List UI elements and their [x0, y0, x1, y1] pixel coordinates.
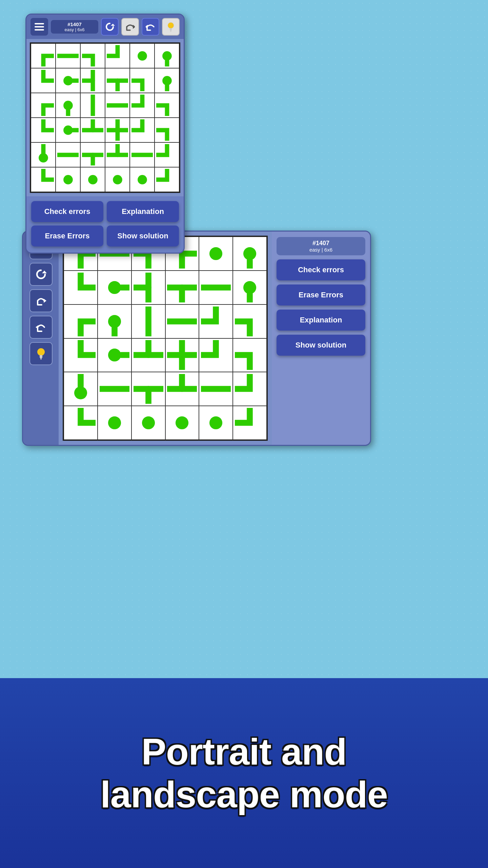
restart-button[interactable]	[101, 18, 119, 36]
cell-2-3[interactable]	[105, 93, 130, 118]
cell-1-0[interactable]	[31, 68, 56, 93]
ls-cell-0-4[interactable]	[199, 237, 233, 271]
portrait-action-buttons: Check errors Explanation Erase Errors Sh…	[26, 196, 184, 253]
cell-0-5[interactable]	[155, 43, 179, 68]
ls-cell-5-1[interactable]	[98, 406, 131, 440]
landscape-game-grid[interactable]	[63, 236, 268, 441]
cell-2-2[interactable]	[80, 93, 105, 118]
cell-0-3[interactable]	[105, 43, 130, 68]
svg-marker-3	[111, 24, 115, 26]
cell-5-2[interactable]	[80, 167, 105, 192]
ls-cell-5-2[interactable]	[131, 406, 165, 440]
portrait-game-grid[interactable]	[30, 42, 180, 193]
menu-button[interactable]	[30, 18, 48, 36]
ls-cell-1-2[interactable]	[131, 271, 165, 304]
cell-3-2[interactable]	[80, 118, 105, 142]
ls-cell-1-5[interactable]	[233, 271, 267, 304]
ls-cell-4-1[interactable]	[98, 372, 131, 406]
ls-cell-3-3[interactable]	[165, 338, 199, 372]
ls-cell-5-4[interactable]	[199, 406, 233, 440]
bottom-banner: Portrait and landscape mode	[0, 678, 488, 868]
ls-restart-button[interactable]	[29, 263, 53, 286]
ls-cell-2-0[interactable]	[64, 304, 98, 338]
cell-1-5[interactable]	[155, 68, 179, 93]
ls-erase-errors-button[interactable]: Erase Errors	[277, 284, 365, 305]
banner-text: Portrait and landscape mode	[100, 730, 388, 816]
cell-4-1[interactable]	[56, 142, 80, 167]
cell-0-0[interactable]	[31, 43, 56, 68]
ls-cell-3-5[interactable]	[233, 338, 267, 372]
ls-cell-5-0[interactable]	[64, 406, 98, 440]
redo-button[interactable]	[121, 18, 139, 36]
ls-cell-0-5[interactable]	[233, 237, 267, 271]
ls-cell-5-3[interactable]	[165, 406, 199, 440]
ls-redo-button[interactable]	[29, 289, 53, 312]
ls-cell-2-2[interactable]	[131, 304, 165, 338]
landscape-sidebar	[23, 232, 59, 445]
cell-1-4[interactable]	[130, 68, 155, 93]
ls-cell-4-3[interactable]	[165, 372, 199, 406]
ls-cell-4-2[interactable]	[131, 372, 165, 406]
svg-marker-24	[44, 299, 46, 303]
ls-cell-3-4[interactable]	[199, 338, 233, 372]
explanation-button[interactable]: Explanation	[107, 201, 179, 222]
ls-hint-button[interactable]	[29, 342, 53, 365]
ls-cell-1-3[interactable]	[165, 271, 199, 304]
cell-3-1[interactable]	[56, 118, 80, 142]
cell-4-4[interactable]	[130, 142, 155, 167]
ls-cell-1-4[interactable]	[199, 271, 233, 304]
ls-explanation-button[interactable]: Explanation	[277, 310, 365, 331]
ls-cell-3-1[interactable]	[98, 338, 131, 372]
cell-4-3[interactable]	[105, 142, 130, 167]
ls-cell-1-0[interactable]	[64, 271, 98, 304]
cell-0-4[interactable]	[130, 43, 155, 68]
portrait-toolbar: #1407 easy | 6x6	[26, 15, 184, 39]
cell-2-5[interactable]	[155, 93, 179, 118]
cell-4-2[interactable]	[80, 142, 105, 167]
check-errors-button[interactable]: Check errors	[31, 201, 103, 222]
ls-cell-4-0[interactable]	[64, 372, 98, 406]
cell-1-3[interactable]	[105, 68, 130, 93]
cell-4-0[interactable]	[31, 142, 56, 167]
cell-5-0[interactable]	[31, 167, 56, 192]
svg-point-19	[138, 175, 147, 184]
ls-cell-4-5[interactable]	[233, 372, 267, 406]
portrait-card: #1407 easy | 6x6	[25, 14, 185, 254]
cell-3-4[interactable]	[130, 118, 155, 142]
cell-3-0[interactable]	[31, 118, 56, 142]
cell-5-4[interactable]	[130, 167, 155, 192]
cell-5-3[interactable]	[105, 167, 130, 192]
cell-2-1[interactable]	[56, 93, 80, 118]
cell-2-4[interactable]	[130, 93, 155, 118]
cell-5-5[interactable]	[155, 167, 179, 192]
cell-1-2[interactable]	[80, 68, 105, 93]
ls-show-solution-button[interactable]: Show solution	[277, 335, 365, 356]
cell-5-1[interactable]	[56, 167, 80, 192]
cell-1-1[interactable]	[56, 68, 80, 93]
ls-cell-2-3[interactable]	[165, 304, 199, 338]
svg-marker-23	[42, 271, 47, 273]
ls-cell-3-2[interactable]	[131, 338, 165, 372]
svg-point-16	[63, 175, 73, 184]
cell-3-3[interactable]	[105, 118, 130, 142]
ls-cell-2-4[interactable]	[199, 304, 233, 338]
ls-cell-4-4[interactable]	[199, 372, 233, 406]
ls-cell-3-0[interactable]	[64, 338, 98, 372]
erase-errors-button[interactable]: Erase Errors	[31, 225, 103, 246]
hint-button[interactable]	[162, 18, 180, 36]
cell-3-5[interactable]	[155, 118, 179, 142]
ls-cell-2-1[interactable]	[98, 304, 131, 338]
cell-0-1[interactable]	[56, 43, 80, 68]
ls-cell-5-5[interactable]	[233, 406, 267, 440]
show-solution-button[interactable]: Show solution	[107, 225, 179, 246]
ls-undo-button[interactable]	[29, 316, 53, 339]
cell-0-2[interactable]	[80, 43, 105, 68]
svg-rect-1	[35, 26, 44, 27]
ls-cell-1-1[interactable]	[98, 271, 131, 304]
cell-2-0[interactable]	[31, 93, 56, 118]
ls-cell-2-5[interactable]	[233, 304, 267, 338]
svg-point-6	[168, 22, 174, 28]
ls-check-errors-button[interactable]: Check errors	[277, 259, 365, 280]
undo-button[interactable]	[142, 18, 159, 36]
cell-4-5[interactable]	[155, 142, 179, 167]
